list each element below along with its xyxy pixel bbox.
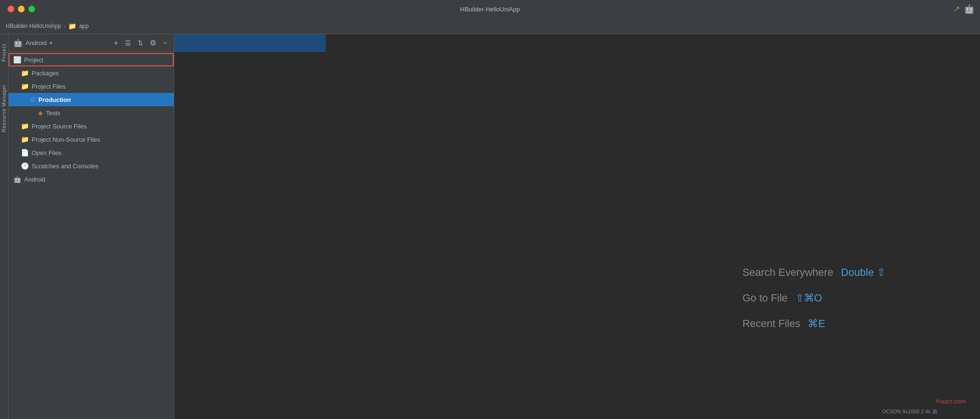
goto-file-label: Go to File <box>742 292 787 304</box>
tree-label-production: Production <box>38 96 71 103</box>
tree-item-tests[interactable]: ◈ Tests <box>9 106 174 119</box>
search-hint-recent-files: Recent Files ⌘E <box>742 318 885 330</box>
search-hint-everywhere: Search Everywhere Double ⇧ <box>742 266 885 279</box>
main-layout: Project Resource Manager 🤖 Android ▾ + ☰… <box>0 34 980 419</box>
tree-label-android: Android <box>24 176 45 183</box>
resource-manager-tab-label: Resource Manager <box>1 84 7 132</box>
content-header-bar <box>174 34 326 52</box>
search-everywhere-label: Search Everywhere <box>742 266 833 279</box>
tree-label-open-files: Open Files <box>32 149 62 156</box>
android-icon: 🤖 <box>13 175 21 183</box>
search-hint-goto-file: Go to File ⇧⌘O <box>742 292 885 304</box>
sidebar: 🤖 Android ▾ + ☰ ⇅ ⚙ − ⬜ Project 📁 Packag… <box>9 34 174 419</box>
project-tab-label: Project <box>1 44 7 62</box>
close-sidebar-button[interactable]: − <box>161 38 169 48</box>
clock-icon: 🕐 <box>21 162 29 170</box>
folder-icon: 📁 <box>21 122 29 130</box>
arrow-icon: ↗ <box>953 4 960 14</box>
goto-file-key: ⇧⌘O <box>795 292 822 304</box>
tree-label-project-non-source-files: Project Non-Source Files <box>32 136 100 143</box>
tree-item-scratches-consoles[interactable]: 🕐 Scratches and Consoles <box>9 159 174 173</box>
search-everywhere-key: Double ⇧ <box>841 266 885 279</box>
tree-item-project-source-files[interactable]: 📁 Project Source Files <box>9 119 174 133</box>
collapse-button[interactable]: ⇅ <box>136 38 145 47</box>
minimize-button[interactable] <box>18 6 25 12</box>
search-hints: Search Everywhere Double ⇧ Go to File ⇧⌘… <box>742 266 885 343</box>
breadcrumb: HBuilder-HelloUniApp › 📁 app <box>6 22 89 30</box>
close-button[interactable] <box>8 6 14 12</box>
folder-icon: 📁 <box>68 22 76 30</box>
tree-label-project-files: Project Files <box>32 83 66 90</box>
tree-label-packages: Packages <box>32 70 59 77</box>
title-bar: HBuilder-HelloUniApp ↗ 🤖 <box>0 0 980 18</box>
ocsdn-label: OCSDN 9x1000 2.4k 描 <box>882 408 937 415</box>
android-dropdown[interactable]: 🤖 Android ▾ <box>13 38 109 47</box>
gear-icon: ⚙ <box>29 96 36 103</box>
layout-button[interactable]: ☰ <box>123 38 133 48</box>
project-tree: ⬜ Project 📁 Packages 📁 Project Files ⚙ P… <box>9 52 174 419</box>
tree-label-project: Project <box>24 56 43 64</box>
recent-files-key: ⌘E <box>808 318 825 330</box>
window-title: HBuilder-HelloUniApp <box>460 6 520 13</box>
tree-item-project[interactable]: ⬜ Project <box>9 53 174 66</box>
file-icon: 📄 <box>21 149 29 156</box>
project-vertical-tab[interactable]: Project Resource Manager <box>0 34 9 419</box>
folder-icon: 📁 <box>21 69 29 77</box>
maximize-button[interactable] <box>28 6 35 12</box>
android-dropdown-label: Android <box>26 39 47 46</box>
settings-button[interactable]: ⚙ <box>148 37 158 48</box>
tree-label-project-source-files: Project Source Files <box>32 123 87 130</box>
project-icon: ⬜ <box>13 56 21 64</box>
sidebar-toolbar: 🤖 Android ▾ + ☰ ⇅ ⚙ − <box>9 34 174 52</box>
tree-item-open-files[interactable]: 📄 Open Files <box>9 146 174 159</box>
ocsdn-text: OCSDN 9x1000 2.4k 描 <box>882 409 937 414</box>
content-area: Search Everywhere Double ⇧ Go to File ⇧⌘… <box>174 34 980 419</box>
tree-item-android[interactable]: 🤖 Android <box>9 173 174 186</box>
tree-label-scratches-consoles: Scratches and Consoles <box>32 163 98 170</box>
android-icon: 🤖 <box>13 38 23 47</box>
breadcrumb-folder[interactable]: app <box>79 23 89 29</box>
recent-files-label: Recent Files <box>742 318 800 330</box>
folder-icon: 📁 <box>21 136 29 143</box>
android-device-icon: 🤖 <box>964 4 974 14</box>
breadcrumb-separator: › <box>64 23 66 29</box>
diamond-icon: ◈ <box>38 109 43 117</box>
watermark: Yuucn.com <box>935 397 966 405</box>
tree-item-packages[interactable]: 📁 Packages <box>9 66 174 80</box>
tree-label-tests: Tests <box>46 109 60 117</box>
chevron-down-icon: ▾ <box>50 40 52 46</box>
breadcrumb-project[interactable]: HBuilder-HelloUniApp <box>6 23 61 29</box>
watermark-text: Yuucn.com <box>935 398 966 405</box>
folder-icon: 📁 <box>21 82 29 90</box>
title-bar-buttons <box>8 6 35 12</box>
title-bar-right-icons: ↗ 🤖 <box>953 4 974 14</box>
add-button[interactable]: + <box>112 38 120 48</box>
tree-item-project-non-source-files[interactable]: 📁 Project Non-Source Files <box>9 133 174 146</box>
tree-item-project-files[interactable]: 📁 Project Files <box>9 80 174 93</box>
tree-item-production[interactable]: ⚙ Production <box>9 93 174 106</box>
breadcrumb-bar: HBuilder-HelloUniApp › 📁 app <box>0 18 980 34</box>
